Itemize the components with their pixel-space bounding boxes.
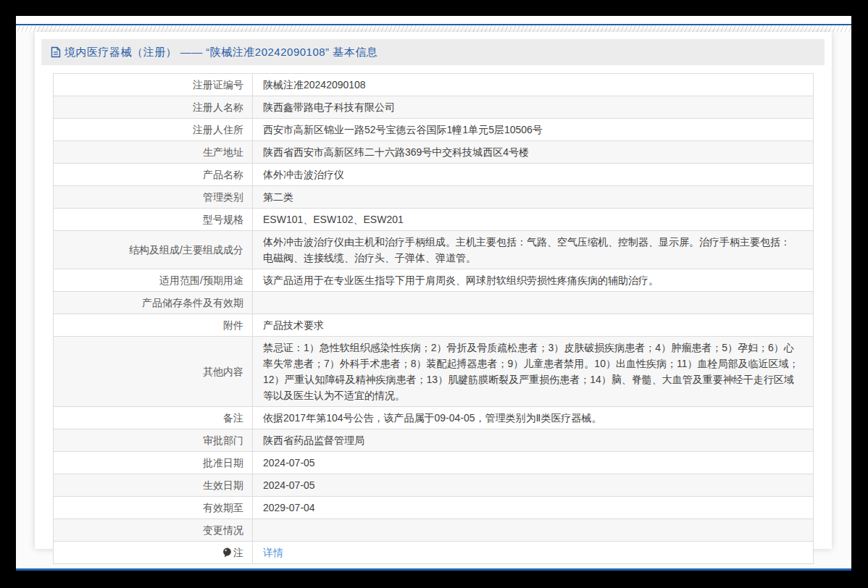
row-value: 2029-07-04 <box>253 497 814 519</box>
page-background: 境内医疗器械（注册） —— “陕械注准20242090108” 基本信息 注册证… <box>16 32 851 568</box>
row-value: 第二类 <box>253 186 814 209</box>
row-label: 注册人住所 <box>54 119 253 141</box>
table-row: 型号规格ESW101、ESW102、ESW201 <box>54 209 814 231</box>
details-link[interactable]: 详情 <box>263 547 283 558</box>
info-table-body: 注册证编号陕械注准20242090108注册人名称陕西鑫带路电子科技有限公司注册… <box>54 74 814 564</box>
row-value: 2024-07-05 <box>253 452 814 474</box>
table-row: 产品储存条件及有效期 <box>54 292 814 314</box>
table-row: 备注依据2017年第104号公告，该产品属于09-04-05，管理类别为Ⅱ类医疗… <box>54 407 814 429</box>
row-label: 审批部门 <box>54 429 253 452</box>
row-label: 备注 <box>54 407 253 429</box>
row-value: 体外冲击波治疗仪 <box>253 164 814 186</box>
info-card: 境内医疗器械（注册） —— “陕械注准20242090108” 基本信息 注册证… <box>35 32 832 549</box>
row-label: 适用范围/预期用途 <box>54 269 253 292</box>
row-value: 禁忌证：1）急性软组织感染性疾病；2）骨折及骨质疏松患者；3）皮肤破损疾病患者；… <box>253 337 814 407</box>
row-label: 注册人名称 <box>54 96 253 119</box>
row-label: 生产地址 <box>54 141 253 164</box>
note-balloon-icon <box>222 547 233 558</box>
row-label: 有效期至 <box>54 497 253 519</box>
table-row: 注详情 <box>54 542 814 564</box>
table-row: 附件产品技术要求 <box>54 314 814 337</box>
table-row: 审批部门陕西省药品监督管理局 <box>54 429 814 452</box>
row-label: 注册证编号 <box>54 74 253 96</box>
row-label: 其他内容 <box>54 337 253 407</box>
row-label: 产品储存条件及有效期 <box>54 292 253 314</box>
table-row: 有效期至2029-07-04 <box>54 497 814 519</box>
row-label: 型号规格 <box>54 209 253 231</box>
page-root: { "header": { "title_icon": "document-ic… <box>0 0 868 588</box>
page-title: 境内医疗器械（注册） —— “陕械注准20242090108” 基本信息 <box>64 46 377 59</box>
table-row: 产品名称体外冲击波治疗仪 <box>54 164 814 186</box>
table-row: 批准日期2024-07-05 <box>54 452 814 474</box>
bottom-blue-rule <box>16 568 851 571</box>
row-value: 陕械注准20242090108 <box>253 74 814 96</box>
table-row: 注册人住所西安市高新区锦业一路52号宝德云谷国际1幢1单元5层10506号 <box>54 119 814 141</box>
row-value <box>253 292 814 314</box>
row-label: 管理类别 <box>54 186 253 209</box>
table-row: 生产地址陕西省西安市高新区纬二十六路369号中交科技城西区4号楼 <box>54 141 814 164</box>
row-value: ESW101、ESW102、ESW201 <box>253 209 814 231</box>
row-value <box>253 519 814 542</box>
row-value: 陕西省药品监督管理局 <box>253 429 814 452</box>
row-value: 该产品适用于在专业医生指导下用于肩周炎、网球肘软组织劳损性疼痛疾病的辅助治疗。 <box>253 269 814 292</box>
row-label: 附件 <box>54 314 253 337</box>
title-bar: 境内医疗器械（注册） —— “陕械注准20242090108” 基本信息 <box>41 39 825 65</box>
row-label: 结构及组成/主要组成成分 <box>54 231 253 269</box>
diagonal-hatch-band <box>16 25 851 32</box>
row-label: 生效日期 <box>54 474 253 497</box>
row-value: 陕西鑫带路电子科技有限公司 <box>253 96 814 119</box>
row-value: 陕西省西安市高新区纬二十六路369号中交科技城西区4号楼 <box>253 141 814 164</box>
row-label: 变更情况 <box>54 519 253 542</box>
row-value: 详情 <box>253 542 814 564</box>
table-row: 其他内容禁忌证：1）急性软组织感染性疾病；2）骨折及骨质疏松患者；3）皮肤破损疾… <box>54 337 814 407</box>
header-strip <box>16 16 851 24</box>
table-row: 管理类别第二类 <box>54 186 814 209</box>
row-value: 西安市高新区锦业一路52号宝德云谷国际1幢1单元5层10506号 <box>253 119 814 141</box>
table-row: 结构及组成/主要组成成分体外冲击波治疗仪由主机和治疗手柄组成。主机主要包括：气路… <box>54 231 814 269</box>
table-wrap: 注册证编号陕械注准20242090108注册人名称陕西鑫带路电子科技有限公司注册… <box>53 73 814 564</box>
row-label: 注 <box>54 542 253 564</box>
table-row: 注册证编号陕械注准20242090108 <box>54 74 814 96</box>
document-icon <box>51 46 61 58</box>
row-label: 产品名称 <box>54 164 253 186</box>
row-label: 批准日期 <box>54 452 253 474</box>
table-row: 适用范围/预期用途该产品适用于在专业医生指导下用于肩周炎、网球肘软组织劳损性疼痛… <box>54 269 814 292</box>
table-row: 生效日期2024-07-05 <box>54 474 814 497</box>
content-viewport: 境内医疗器械（注册） —— “陕械注准20242090108” 基本信息 注册证… <box>16 16 851 571</box>
registration-info-table: 注册证编号陕械注准20242090108注册人名称陕西鑫带路电子科技有限公司注册… <box>53 73 814 564</box>
row-value: 体外冲击波治疗仪由主机和治疗手柄组成。主机主要包括：气路、空气压缩机、控制器、显… <box>253 231 814 269</box>
row-value: 依据2017年第104号公告，该产品属于09-04-05，管理类别为Ⅱ类医疗器械… <box>253 407 814 429</box>
table-row: 变更情况 <box>54 519 814 542</box>
row-value: 2024-07-05 <box>253 474 814 497</box>
table-row: 注册人名称陕西鑫带路电子科技有限公司 <box>54 96 814 119</box>
row-value: 产品技术要求 <box>253 314 814 337</box>
